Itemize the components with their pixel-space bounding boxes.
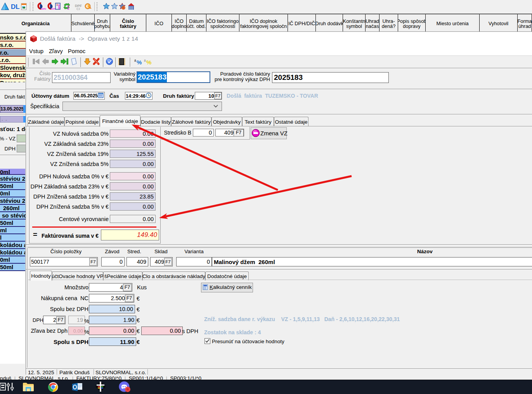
svg-text:€: € bbox=[86, 4, 88, 9]
svg-text:%: % bbox=[146, 59, 151, 66]
svg-text:±: ± bbox=[134, 59, 136, 62]
svg-text:xDPH: xDPH bbox=[41, 8, 46, 10]
svg-text:CI: CI bbox=[76, 7, 80, 11]
svg-text:DPH: DPH bbox=[58, 4, 60, 9]
svg-text:%: % bbox=[137, 59, 142, 66]
svg-text:DL: DL bbox=[11, 3, 20, 10]
svg-text:±: ± bbox=[144, 59, 146, 62]
svg-text:DPH: DPH bbox=[67, 5, 69, 10]
